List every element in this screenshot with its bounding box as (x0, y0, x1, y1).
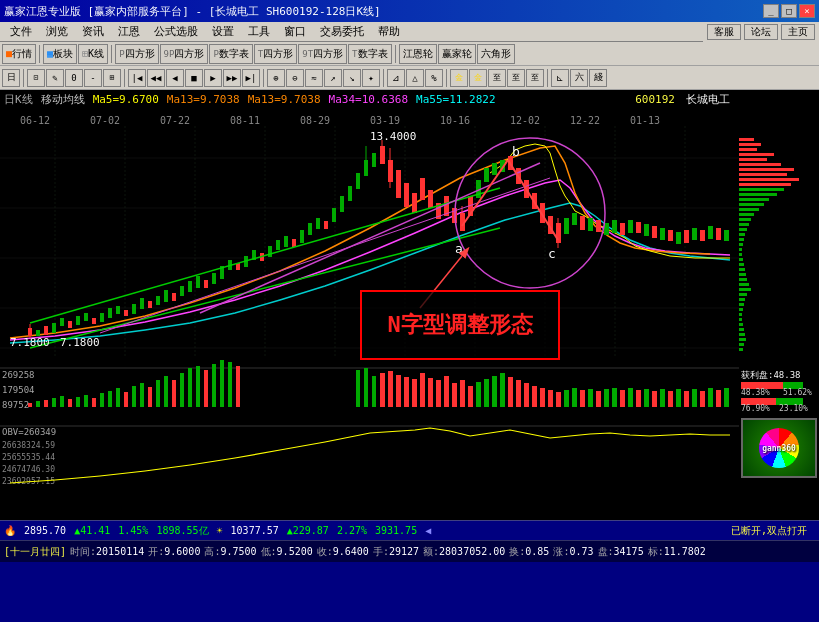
tb-icon-6[interactable]: ⊞ (103, 69, 121, 87)
scroll-left[interactable]: ◀ (425, 525, 431, 536)
tb-quotes[interactable]: ■ 行情 (2, 44, 36, 64)
tb-icon-2[interactable]: ⊡ (27, 69, 45, 87)
tb-icon-n[interactable]: 六 (570, 69, 588, 87)
svg-rect-234 (739, 198, 769, 201)
svg-rect-62 (308, 223, 312, 235)
tb-icon-j[interactable]: 至 (488, 69, 506, 87)
tb-icon-1[interactable]: 日 (2, 69, 20, 87)
tb-tnum[interactable]: T数字表 (348, 44, 391, 64)
tb-nav-next[interactable]: ▶ (204, 69, 222, 87)
svg-rect-69 (364, 160, 368, 176)
svg-rect-77 (396, 170, 401, 198)
svg-rect-245 (739, 253, 742, 256)
menu-help[interactable]: 帮助 (372, 23, 406, 40)
menu-trade[interactable]: 交易委托 (314, 23, 370, 40)
svg-text:12-22: 12-22 (570, 115, 600, 126)
tb-9t4[interactable]: 9T四方形 (298, 44, 347, 64)
fire-icon: 🔥 (4, 525, 16, 536)
tb-icon-o[interactable]: 綫 (589, 69, 607, 87)
tb-hexagon[interactable]: 六角形 (477, 44, 515, 64)
tb-icon-k[interactable]: 至 (507, 69, 525, 87)
svg-text:24674746.30: 24674746.30 (2, 465, 55, 474)
tb-zoom-in[interactable]: ⊕ (267, 69, 285, 87)
svg-rect-79 (412, 193, 417, 213)
minimize-button[interactable]: _ (763, 4, 779, 18)
svg-rect-61 (300, 230, 304, 243)
customer-service-button[interactable]: 客服 (707, 24, 741, 40)
tb-icon-e[interactable]: ⊿ (387, 69, 405, 87)
menu-settings[interactable]: 设置 (206, 23, 240, 40)
tb-sector[interactable]: ▦ 板块 (43, 44, 77, 64)
svg-rect-227 (739, 163, 781, 166)
svg-rect-244 (739, 248, 742, 251)
menu-formula[interactable]: 公式选股 (148, 23, 204, 40)
tb-icon-c[interactable]: ↘ (343, 69, 361, 87)
index1-change: ▲41.41 (74, 525, 110, 536)
tb-t4[interactable]: T四方形 (254, 44, 297, 64)
menu-news[interactable]: 资讯 (76, 23, 110, 40)
tb-icon-g[interactable]: % (425, 69, 443, 87)
tb-icon-m[interactable]: ⊾ (551, 69, 569, 87)
tb-winner-wheel[interactable]: 赢家轮 (438, 44, 476, 64)
svg-rect-32 (68, 321, 72, 328)
tb-nav-stop[interactable]: ■ (185, 69, 203, 87)
svg-text:10-16: 10-16 (440, 115, 470, 126)
tb-pnum[interactable]: P数字表 (209, 44, 252, 64)
svg-rect-214 (724, 388, 729, 407)
svg-rect-231 (739, 183, 791, 186)
tb-icon-f[interactable]: △ (406, 69, 424, 87)
svg-rect-198 (596, 391, 601, 407)
svg-rect-226 (739, 158, 767, 161)
open-label: 开: (148, 545, 164, 559)
menu-window[interactable]: 窗口 (278, 23, 312, 40)
svg-rect-250 (739, 278, 747, 281)
tb-nav-begin[interactable]: |◀ (128, 69, 146, 87)
tb-zoom-out[interactable]: ⊖ (286, 69, 304, 87)
tb-kline[interactable]: ⊞ K线 (78, 44, 108, 64)
svg-rect-180 (452, 383, 457, 407)
svg-rect-109 (628, 220, 633, 233)
menu-tools[interactable]: 工具 (242, 23, 276, 40)
tb-nav-end[interactable]: ▶| (242, 69, 260, 87)
svg-rect-160 (180, 373, 184, 407)
menu-browse[interactable]: 浏览 (40, 23, 74, 40)
chart-container: 赢家财富网 www.yingjia360.com QQ:100800360 日K… (0, 90, 819, 520)
close-button[interactable]: × (799, 4, 815, 18)
index2-change: ▲229.87 (287, 525, 329, 536)
tb-icon-a[interactable]: ≈ (305, 69, 323, 87)
svg-rect-105 (596, 220, 601, 232)
tb-icon-b[interactable]: ↗ (324, 69, 342, 87)
tb-icon-5[interactable]: - (84, 69, 102, 87)
tb-icon-h[interactable]: 金 (450, 69, 468, 87)
home-button[interactable]: 主页 (781, 24, 815, 40)
tb-9p4[interactable]: 9P四方形 (160, 44, 209, 64)
tb-nav-prev[interactable]: ◀ (166, 69, 184, 87)
svg-rect-64 (324, 221, 328, 229)
tb-p4[interactable]: P四方形 (115, 44, 158, 64)
tb-icon-4[interactable]: 0 (65, 69, 83, 87)
svg-text:06-12: 06-12 (20, 115, 50, 126)
tb-icon-3[interactable]: ✎ (46, 69, 64, 87)
svg-rect-167 (236, 366, 240, 407)
menu-gann[interactable]: 江恩 (112, 23, 146, 40)
tb-nav-next10[interactable]: ▶▶ (223, 69, 241, 87)
svg-rect-31 (60, 318, 64, 326)
svg-rect-162 (196, 366, 200, 407)
tb-nav-prev10[interactable]: ◀◀ (147, 69, 165, 87)
svg-rect-229 (739, 173, 787, 176)
tb-icon-d[interactable]: ✦ (362, 69, 380, 87)
tb-icon-i[interactable]: 金 (469, 69, 487, 87)
maximize-button[interactable]: □ (781, 4, 797, 18)
svg-rect-148 (84, 395, 88, 407)
tb-gann-wheel[interactable]: 江恩轮 (399, 44, 437, 64)
svg-rect-236 (739, 208, 759, 211)
svg-rect-193 (556, 392, 561, 407)
svg-rect-249 (739, 273, 746, 276)
forum-button[interactable]: 论坛 (744, 24, 778, 40)
menu-file[interactable]: 文件 (4, 23, 38, 40)
svg-rect-201 (620, 390, 625, 407)
title-text: 赢家江恩专业版 [赢家内部服务平台] - [长城电工 SH600192-128日… (4, 4, 381, 19)
svg-rect-113 (660, 228, 665, 240)
tb-icon-l[interactable]: 至 (526, 69, 544, 87)
svg-rect-206 (660, 389, 665, 407)
